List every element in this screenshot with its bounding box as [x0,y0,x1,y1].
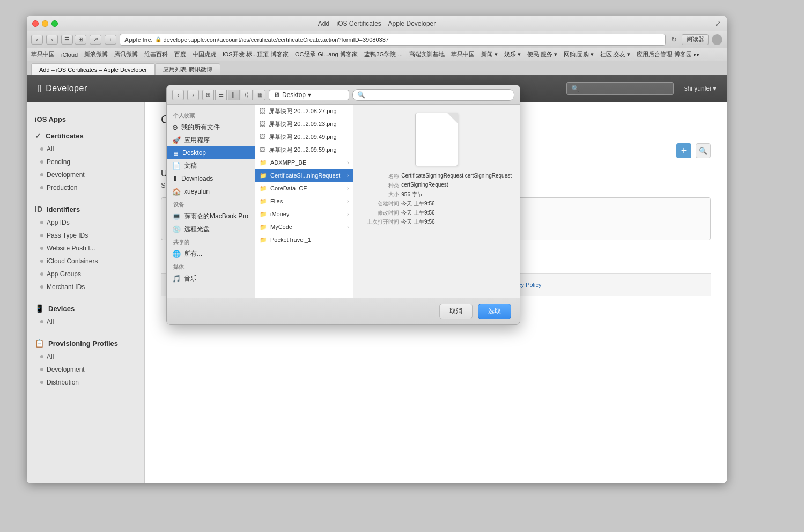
fp-opened-value: 今天 上午9:56 [401,218,512,226]
sidebar-toggle[interactable]: ☰ [61,35,73,45]
fp-search-input[interactable] [352,89,514,101]
fp-back-button[interactable]: ‹ [172,90,184,100]
sidebar-item-appids[interactable]: App IDs [27,216,144,229]
sidebar-item-merchantids[interactable]: Merchant IDs [27,280,144,293]
bookmark-item[interactable]: 中国虎虎 [193,50,216,58]
maximize-button[interactable] [51,20,58,27]
sidebar-item-devices-all[interactable]: All [27,315,144,328]
sidebar-item-prov-dev[interactable]: Development [27,363,144,376]
fp-file-item[interactable]: 📁 ADXMPP_BE › [255,156,353,169]
apps-icon: 🚀 [172,136,181,144]
fp-sidebar-macbook[interactable]: 💻 薛雨仑的MacBook Pro [167,210,255,223]
fp-file-item[interactable]: 🖼 屏幕快照 20...2.09.23.png [255,117,353,130]
search-button[interactable]: 🔍 [696,143,711,158]
grid-view[interactable]: ⊞ [75,35,86,45]
sidebar-item-distribution[interactable]: Distribution [27,376,144,389]
bookmark-item[interactable]: 娱乐 ▾ [504,50,521,58]
bookmark-item[interactable]: 蓝鸭3G学院-... [364,50,403,58]
bookmark-item[interactable]: 新浪微博 [84,50,108,58]
fp-file-item[interactable]: 📁 PocketTravel_1 [255,233,353,246]
back-button[interactable]: ‹ [31,35,43,45]
address-bar[interactable]: Apple Inc. 🔒 developer.apple.com/account… [120,34,666,46]
fp-sidebar-all[interactable]: 🌐 所有... [167,247,255,260]
forward-button[interactable]: › [46,35,58,45]
sidebar-item-websitepush[interactable]: Website Push I... [27,242,144,255]
chevron-right-icon: › [347,186,349,191]
fp-filename: Files [270,198,283,204]
dot-icon [40,173,43,176]
minimize-button[interactable] [42,20,48,27]
bookmark-item[interactable]: 便民,服务 ▾ [527,50,557,58]
fp-file-item[interactable]: 📁 iMoney › [255,208,353,220]
fp-filename: ADXMPP_BE [270,159,306,166]
fp-file-item[interactable]: 📁 Files › [255,195,353,208]
sidebar-item-production-label: Production [47,184,77,191]
fp-cover-view[interactable]: ▦ [254,90,265,100]
sidebar-item-development[interactable]: Development [27,168,144,181]
fp-list-view[interactable]: ☰ [215,90,227,100]
dev-user[interactable]: shi yunlei ▾ [684,85,716,92]
bookmark-item[interactable]: 腾讯微博 [114,50,138,58]
fp-sidebar-myfiles[interactable]: ⊕ 我的所有文件 [167,121,255,134]
fp-file-item[interactable]: 🖼 屏幕快照 20...2.09.49.png [255,130,353,143]
fp-sidebar-docs[interactable]: 📄 文稿 [167,159,255,172]
fp-file-item[interactable]: 📁 CoreData_CE › [255,182,353,195]
bookmark-item[interactable]: 新闻 ▾ [481,50,498,58]
fp-forward-button[interactable]: › [187,90,199,100]
tab-dev[interactable]: Add – iOS Certificates – Apple Developer [31,63,155,75]
share-button[interactable]: ↗ [90,35,101,45]
bookmark-item[interactable]: 社区,交友 ▾ [600,50,630,58]
fp-sidebar-desktop[interactable]: 🖥 Desktop [167,146,255,159]
add-certificate-button[interactable]: + [676,143,691,158]
fp-dropdown-icon: ▾ [308,91,311,99]
sidebar-item-appgroups[interactable]: App Groups [27,268,144,280]
fp-column-view[interactable]: ||| [228,90,240,100]
sidebar-item-pending[interactable]: Pending [27,156,144,168]
fp-filename: iMoney [270,211,289,217]
music-icon: 🎵 [172,275,181,283]
close-button[interactable] [32,20,39,27]
bookmark-item[interactable]: 百度 [174,50,186,58]
bookmark-item[interactable]: iOS开发-标...顶顶-博客家 [223,50,289,58]
sidebar-item-all[interactable]: All [27,143,144,156]
bookmark-item[interactable]: 苹果中国 [451,50,475,58]
fp-location[interactable]: 🖥 Desktop ▾ [269,90,349,100]
fp-sidebar-home[interactable]: 🏠 xueyulun [167,185,255,198]
sidebar-item-icloud[interactable]: iCloud Containers [27,255,144,268]
sidebar-item-passtypeids[interactable]: Pass Type IDs [27,229,144,242]
fp-cancel-button[interactable]: 取消 [439,304,473,319]
translate-button[interactable]: 阅读器 [682,34,709,45]
refresh-button[interactable]: ↻ [669,35,678,45]
expand-icon[interactable]: ⤢ [715,19,721,28]
fp-icon-view[interactable]: ⊞ [202,90,214,100]
bookmark-item[interactable]: 网购,固购 ▾ [564,50,594,58]
bookmark-notifications[interactable]: 应用后台管理-博客园 ▸▸ [637,50,700,58]
fp-file-item[interactable]: 📁 MyCode › [255,220,353,233]
fp-sidebar-music[interactable]: 🎵 音乐 [167,272,255,285]
tab-tencent[interactable]: 应用列表-腾讯微博 [155,63,220,75]
dot-icon [40,234,43,237]
bookmark-item[interactable]: 高端实训基地 [409,50,445,58]
file-picker-dialog: ‹ › ⊞ ☰ ||| ⟨⟩ ▦ 🖥 Desktop ▾ 个人收藏 [166,79,520,325]
devices-section: 📱 Devices [27,299,144,315]
sidebar-item-production[interactable]: Production [27,181,144,194]
fp-sidebar-remote-disc[interactable]: 💿 远程光盘 [167,223,255,235]
file-picker[interactable]: ‹ › ⊞ ☰ ||| ⟨⟩ ▦ 🖥 Desktop ▾ 个人收藏 [166,85,520,325]
add-button[interactable]: + [105,35,116,45]
bookmark-item[interactable]: OC经承-Gi...ang-博客家 [295,50,358,58]
fp-body: 个人收藏 ⊕ 我的所有文件 🚀 应用程序 🖥 Desktop 📄 文稿 [167,105,520,298]
fp-file-item[interactable]: 🖼 屏幕快照 20...2.08.27.png [255,105,353,117]
bookmark-item[interactable]: iCloud [61,51,78,58]
bookmark-item[interactable]: 苹果中国 [31,50,55,58]
fp-choose-button[interactable]: 选取 [478,304,511,319]
dev-search-bar[interactable]: 🔍 [566,82,674,95]
fp-file-item-selected[interactable]: 📁 CertificateSi...ningRequest › [255,169,353,182]
fp-sidebar-downloads[interactable]: ⬇ Downloads [167,172,255,185]
sidebar-item-prov-all[interactable]: All [27,350,144,363]
apple-brand: Apple Inc. [124,36,153,43]
fp-file-item[interactable]: 🖼 屏幕快照 20...2.09.59.png [255,143,353,156]
bookmark-item[interactable]: 维基百科 [144,50,168,58]
fp-flow-view[interactable]: ⟨⟩ [241,90,253,100]
dot-icon [40,247,43,250]
fp-sidebar-apps[interactable]: 🚀 应用程序 [167,134,255,146]
